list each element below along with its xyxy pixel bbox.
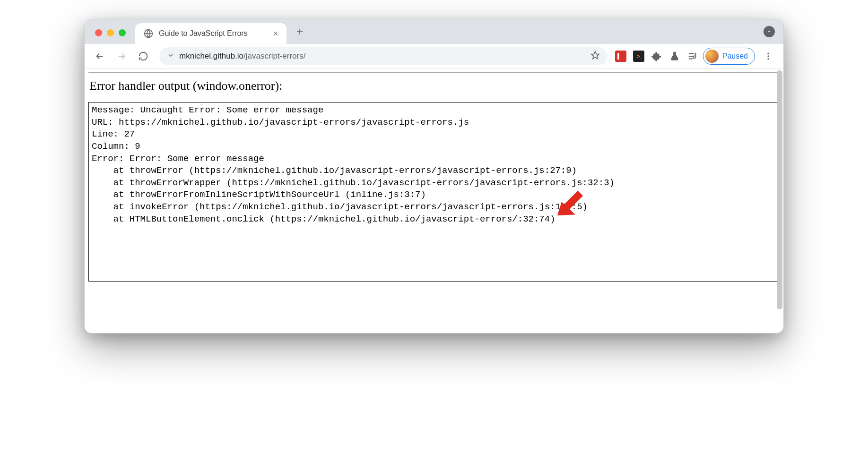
maximize-window-button[interactable] <box>119 29 126 36</box>
forward-button[interactable] <box>113 48 130 65</box>
bookmark-star-icon[interactable] <box>590 51 600 62</box>
error-output-heading: Error handler output (window.onerror): <box>89 79 779 93</box>
browser-window: Guide to JavaScript Errors mkniche <box>84 19 784 333</box>
error-output-box: Message: Uncaught Error: Some error mess… <box>88 102 780 282</box>
extension-icons: >_ <box>615 51 698 62</box>
close-window-button[interactable] <box>95 29 102 36</box>
back-button[interactable] <box>91 48 108 65</box>
tab-search-button[interactable] <box>764 26 775 37</box>
avatar <box>705 50 719 63</box>
labs-icon[interactable] <box>669 51 680 62</box>
toolbar: mknichel.github.io/javascript-errors/ >_… <box>85 44 783 68</box>
url-path: /javascript-errors/ <box>243 51 305 60</box>
minimize-window-button[interactable] <box>107 29 114 36</box>
extensions-menu-icon[interactable] <box>651 51 662 62</box>
url-text: mknichel.github.io/javascript-errors/ <box>179 51 305 61</box>
globe-icon <box>144 29 153 38</box>
tab-strip: Guide to JavaScript Errors <box>85 19 783 44</box>
scrollbar[interactable] <box>777 70 782 309</box>
page-viewport[interactable]: Error handler output (window.onerror): M… <box>85 68 783 333</box>
media-controls-icon[interactable] <box>687 51 698 62</box>
page-body: Error handler output (window.onerror): M… <box>85 68 783 294</box>
address-bar[interactable]: mknichel.github.io/javascript-errors/ <box>159 47 608 65</box>
profile-status: Paused <box>722 52 748 60</box>
tab-title: Guide to JavaScript Errors <box>159 29 267 38</box>
extension-icon-1[interactable] <box>615 51 626 62</box>
svg-point-1 <box>767 52 769 54</box>
url-host: mknichel.github.io <box>179 51 243 60</box>
browser-tab[interactable]: Guide to JavaScript Errors <box>135 23 286 44</box>
reload-button[interactable] <box>135 48 152 65</box>
chrome-menu-button[interactable] <box>760 48 777 65</box>
new-tab-button[interactable] <box>293 25 306 38</box>
extension-icon-2[interactable]: >_ <box>633 51 644 62</box>
svg-point-2 <box>767 55 769 57</box>
site-info-icon[interactable] <box>167 51 174 61</box>
divider <box>88 72 780 73</box>
svg-point-3 <box>767 58 769 60</box>
close-tab-button[interactable] <box>272 30 279 37</box>
profile-chip[interactable]: Paused <box>703 48 755 65</box>
window-controls <box>95 29 126 36</box>
